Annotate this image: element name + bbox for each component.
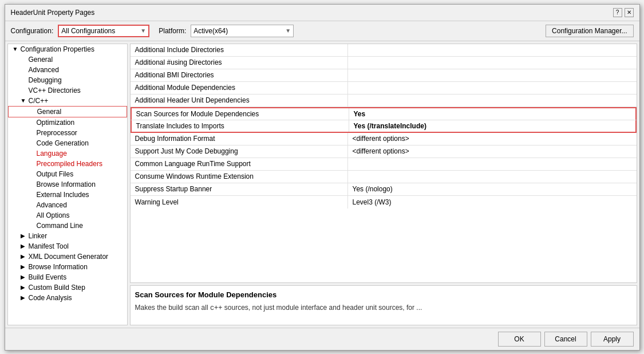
tree-item-cpp-general[interactable]: General (8, 106, 127, 117)
tree-label-debugging: Debugging (29, 76, 62, 84)
config-manager-button[interactable]: Configuration Manager... (546, 25, 633, 37)
tree-arrow-code-analysis: ▶ (21, 294, 27, 301)
tree-item-config-props[interactable]: ▼Configuration Properties (8, 44, 127, 54)
title-bar: HeaderUnit Property Pages ? ✕ (5, 5, 639, 21)
tree-label-all-options: All Options (37, 211, 70, 219)
prop-value: Yes (/nologo) (348, 183, 637, 195)
properties-table: Additional Include DirectoriesAdditional… (130, 44, 637, 283)
tree-item-code-generation[interactable]: Code Generation (8, 138, 127, 148)
prop-value (348, 158, 637, 170)
prop-row[interactable]: Additional Header Unit Dependencies (131, 95, 637, 107)
tree-label-build-events: Build Events (29, 273, 67, 281)
tree-label-advanced: Advanced (29, 66, 59, 74)
prop-name: Additional #using Directories (131, 57, 348, 69)
tree-item-xml-doc-gen[interactable]: ▶XML Document Generator (8, 251, 127, 262)
prop-name: Additional Header Unit Dependencies (131, 95, 348, 107)
prop-row[interactable]: Scan Sources for Module DependenciesYes (131, 107, 637, 120)
tree-item-command-line[interactable]: Command Line (8, 221, 127, 231)
description-text: Makes the build scan all c++ sources, no… (135, 302, 632, 313)
tree-item-preprocessor[interactable]: Preprocessor (8, 128, 127, 138)
tree-label-preprocessor: Preprocessor (37, 129, 77, 137)
tree-label-command-line: Command Line (37, 222, 83, 230)
tree-item-code-analysis[interactable]: ▶Code Analysis (8, 293, 127, 303)
apply-button[interactable]: Apply (591, 332, 634, 347)
description-panel: Scan Sources for Module Dependencies Mak… (130, 285, 637, 325)
tree-label-manifest-tool: Manifest Tool (29, 242, 69, 250)
tree-label-linker: Linker (29, 232, 48, 240)
help-button[interactable]: ? (613, 8, 622, 17)
tree-arrow-linker: ▶ (21, 233, 27, 239)
tree-item-external-includes[interactable]: External Includes (8, 190, 127, 200)
tree-item-general[interactable]: General (8, 54, 127, 65)
ok-button[interactable]: OK (498, 332, 541, 347)
description-title: Scan Sources for Module Dependencies (135, 290, 632, 299)
tree-label-advanced2: Advanced (37, 201, 67, 209)
configuration-dropdown-arrow: ▼ (140, 27, 146, 34)
tree-item-debugging[interactable]: Debugging (8, 75, 127, 85)
tree-item-precompiled-headers[interactable]: Precompiled Headers (8, 159, 127, 169)
prop-row[interactable]: Additional Module Dependencies (131, 82, 637, 95)
tree-label-cpp-general: General (37, 108, 62, 116)
prop-row[interactable]: Support Just My Code Debugging<different… (131, 145, 637, 158)
close-button[interactable]: ✕ (625, 8, 634, 17)
prop-value (348, 69, 637, 81)
tree-item-all-options[interactable]: All Options (8, 210, 127, 221)
tree-label-external-includes: External Includes (37, 191, 89, 199)
tree-arrow-browse-info2: ▶ (21, 263, 27, 270)
prop-name: Suppress Startup Banner (131, 183, 348, 195)
prop-row[interactable]: Translate Includes to ImportsYes (/trans… (131, 120, 637, 133)
tree-item-browse-info[interactable]: Browse Information (8, 179, 127, 190)
tree-item-vc-dirs[interactable]: VC++ Directories (8, 85, 127, 96)
tree-label-general: General (29, 56, 53, 64)
prop-value: <different options> (348, 133, 637, 145)
tree-item-manifest-tool[interactable]: ▶Manifest Tool (8, 241, 127, 251)
prop-name: Warning Level (131, 196, 348, 209)
tree-arrow-manifest-tool: ▶ (21, 243, 27, 249)
property-pages-dialog: HeaderUnit Property Pages ? ✕ Configurat… (5, 4, 640, 351)
code-snippet: c++ (210, 304, 223, 312)
prop-value: Yes (349, 108, 635, 120)
prop-row[interactable]: Additional Include Directories (131, 44, 637, 57)
tree-item-language[interactable]: Language (8, 148, 127, 159)
configuration-label: Configuration: (11, 27, 54, 35)
tree-item-advanced2[interactable]: Advanced (8, 200, 127, 210)
title-bar-controls: ? ✕ (613, 8, 634, 17)
tree-label-optimization: Optimization (37, 119, 75, 127)
tree-item-linker[interactable]: ▶Linker (8, 231, 127, 241)
tree-item-output-files[interactable]: Output Files (8, 169, 127, 179)
tree-panel: ▼Configuration PropertiesGeneralAdvanced… (7, 44, 128, 325)
tree-label-language: Language (37, 150, 67, 158)
dialog-title: HeaderUnit Property Pages (11, 9, 95, 17)
tree-label-browse-info2: Browse Information (29, 263, 88, 271)
prop-row[interactable]: Additional BMI Directories (131, 69, 637, 82)
prop-row[interactable]: Common Language RunTime Support (131, 158, 637, 171)
tree-item-build-events[interactable]: ▶Build Events (8, 272, 127, 282)
tree-label-xml-doc-gen: XML Document Generator (29, 253, 109, 261)
prop-value (348, 82, 637, 94)
cancel-button[interactable]: Cancel (544, 332, 587, 347)
tree-label-code-analysis: Code Analysis (29, 294, 72, 302)
tree-arrow-cpp: ▼ (21, 97, 27, 104)
prop-row[interactable]: Consume Windows Runtime Extension (131, 171, 637, 183)
prop-row[interactable]: Warning LevelLevel3 (/W3) (131, 196, 637, 209)
tree-arrow-xml-doc-gen: ▶ (21, 253, 27, 259)
configuration-dropdown[interactable]: All Configurations ▼ (58, 25, 149, 37)
prop-value (348, 44, 637, 56)
tree-item-optimization[interactable]: Optimization (8, 117, 127, 128)
tree-label-vc-dirs: VC++ Directories (29, 86, 81, 95)
prop-row[interactable]: Additional #using Directories (131, 57, 637, 69)
platform-dropdown[interactable]: Active(x64) ▼ (191, 25, 294, 37)
tree-label-precompiled-headers: Precompiled Headers (37, 160, 102, 168)
tree-item-browse-info2[interactable]: ▶Browse Information (8, 262, 127, 272)
tree-item-custom-build-step[interactable]: ▶Custom Build Step (8, 282, 127, 293)
prop-name: Common Language RunTime Support (131, 158, 348, 170)
prop-value: <different options> (348, 145, 637, 158)
prop-name: Scan Sources for Module Dependencies (132, 108, 349, 120)
platform-value: Active(x64) (193, 27, 228, 35)
tree-item-advanced[interactable]: Advanced (8, 65, 127, 75)
tree-item-cpp[interactable]: ▼C/C++ (8, 96, 127, 106)
prop-row[interactable]: Debug Information Format<different optio… (131, 133, 637, 145)
prop-row[interactable]: Suppress Startup BannerYes (/nologo) (131, 183, 637, 196)
right-panel: Additional Include DirectoriesAdditional… (130, 44, 637, 325)
tree-label-code-generation: Code Generation (37, 139, 89, 147)
